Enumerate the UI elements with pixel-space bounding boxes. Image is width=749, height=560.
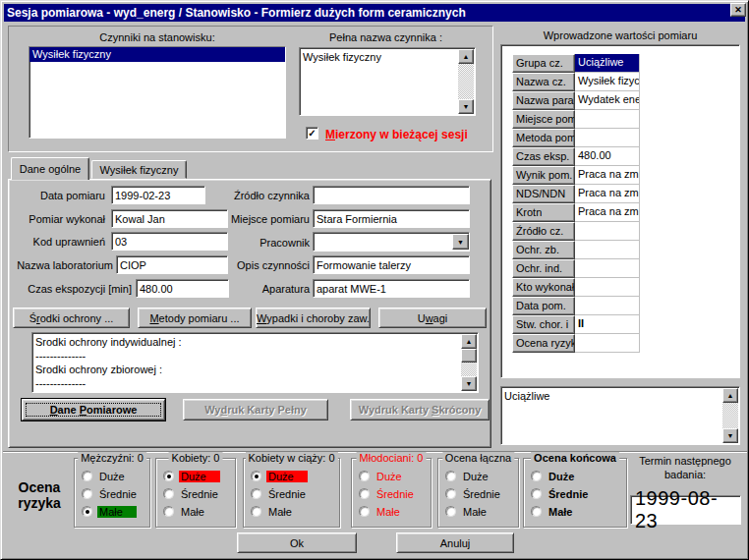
row-value[interactable] [575, 110, 640, 129]
radio-srednie[interactable]: Średnie [163, 487, 220, 500]
tab-label: Dane ogólne [20, 163, 81, 175]
pomiar-wykonal-input[interactable] [111, 209, 228, 228]
radio-label: Małe [461, 506, 489, 518]
row-value[interactable]: II [575, 315, 640, 334]
row-value[interactable]: Wydatek ene [575, 91, 640, 110]
radio-label: Średnie [179, 488, 220, 500]
radio-male[interactable]: Małe [82, 505, 137, 518]
row-value[interactable] [575, 259, 640, 278]
row-value[interactable]: Wysiłek fizyc [575, 73, 640, 91]
ok-button[interactable]: Ok [237, 532, 357, 553]
row-value[interactable] [575, 297, 640, 315]
button-label: Ok [290, 537, 304, 549]
radio-icon [531, 506, 542, 517]
scroll-down-button[interactable]: ▼ [722, 428, 738, 443]
pracownik-combobox[interactable] [313, 232, 470, 252]
radio-label: Średnie [374, 488, 416, 500]
opis-czynnosci-input[interactable] [313, 255, 470, 274]
notes-textarea[interactable]: Srodki ochrony indywidualnej : ---------… [31, 332, 479, 393]
srodki-ochrony-button[interactable]: Środki ochrony ... [13, 308, 130, 328]
row-value[interactable]: Praca na zmi [575, 203, 640, 222]
aparatura-input[interactable] [313, 279, 470, 298]
zrodlo-czynnika-input[interactable] [313, 186, 470, 204]
measured-checkbox[interactable]: ✓ [306, 127, 318, 140]
radio-male[interactable]: Małe [251, 505, 294, 518]
data-pomiaru-input[interactable] [111, 186, 205, 204]
group-title: Kobiety: 0 [169, 452, 223, 464]
scroll-thumb[interactable] [461, 349, 477, 363]
radio-male[interactable]: Małe [163, 505, 206, 518]
scroll-up-button[interactable]: ▲ [458, 49, 474, 64]
close-button[interactable]: ✕ [730, 3, 746, 17]
wydruk-karty-skrocony-button[interactable]: Wydruk Karty Skrócony [350, 399, 490, 420]
radio-srednie[interactable]: Średnie [251, 487, 308, 500]
row-label: Ocena ryzyk. [512, 334, 575, 353]
radio-duze[interactable]: Duże [82, 470, 127, 482]
row-value[interactable] [575, 278, 640, 297]
risk-section-label: Ocena ryzyka [11, 479, 68, 511]
uwagi-button[interactable]: Uwagi [378, 308, 487, 328]
radio-male[interactable]: Małe [531, 505, 574, 518]
opis-czynnosci-label: Opis czynności [229, 259, 310, 271]
radio-srednie[interactable]: Średnie [359, 487, 416, 500]
tab-wysilek-fizyczny[interactable]: Wysiłek fizyczny [91, 160, 187, 179]
tab-dane-ogolne[interactable]: Dane ogólne [11, 157, 89, 180]
wypadki-choroby-button[interactable]: Wypadki i choroby zaw. [256, 308, 371, 328]
wydruk-karty-pelny-button[interactable]: Wydruk Karty Pełny [183, 399, 328, 420]
anuluj-button[interactable]: Anuluj [396, 532, 514, 553]
chevron-down-icon: ▼ [457, 239, 464, 246]
title-bar: Sesja pomiarowa - wyd_energ / Stanowisko… [4, 4, 745, 22]
button-label: Wydruk Karty Pełny [204, 404, 307, 416]
scroll-up-button[interactable]: ▲ [461, 334, 477, 349]
row-label: Stw. chor. i [512, 315, 575, 334]
radio-icon [163, 471, 174, 481]
radio-duze[interactable]: Duże [531, 470, 576, 482]
nazwa-laboratorium-input[interactable] [116, 255, 228, 274]
row-value[interactable] [575, 241, 640, 259]
scroll-down-button[interactable]: ▼ [458, 99, 474, 114]
pomiar-wykonal-label: Pomiar wykonał [19, 213, 105, 225]
row-value[interactable]: Praca na zmi [575, 185, 640, 203]
factors-listbox[interactable]: Wysiłek fizyczny [29, 46, 286, 139]
scroll-down-button[interactable]: ▼ [461, 376, 477, 391]
risk-group-kobiety-w-ciazy: Kobiety w ciąży: 0 Duże Średnie Małe [243, 458, 340, 528]
kod-uprawnien-input[interactable] [111, 232, 228, 251]
radio-icon [359, 488, 370, 499]
radio-duze[interactable]: Duże [359, 470, 404, 482]
radio-icon [82, 488, 92, 499]
scroll-up-button[interactable]: ▲ [722, 388, 738, 403]
next-exam-date-field[interactable]: 1999-08-23 [630, 495, 741, 525]
row-value[interactable] [575, 334, 640, 353]
full-name-scrollbar[interactable]: ▲ ▼ [458, 49, 474, 114]
row-value[interactable]: 480.00 [575, 147, 640, 166]
row-value[interactable] [575, 222, 640, 241]
radio-icon [531, 471, 542, 481]
button-label: Dane Pomiarowe [50, 404, 138, 416]
row-label: Grupa cz. [512, 54, 575, 73]
radio-male[interactable]: Małe [359, 505, 402, 518]
dane-pomiarowe-button[interactable]: Dane Pomiarowe [22, 399, 165, 420]
row-value[interactable]: Praca na zmi [575, 166, 640, 185]
summary-scrollbar[interactable]: ▲ ▼ [722, 388, 738, 443]
metody-pomiaru-button[interactable]: Metody pomiaru ... [138, 308, 252, 328]
list-item-factor[interactable]: Wysiłek fizyczny [29, 47, 285, 62]
notes-scrollbar[interactable]: ▲ ▼ [461, 334, 477, 391]
radio-srednie[interactable]: Średnie [82, 487, 139, 500]
radio-duze[interactable]: Duże [445, 470, 490, 482]
radio-duze[interactable]: Duże [251, 470, 308, 482]
row-label: Miejsce pom. [512, 110, 575, 129]
full-name-textbox[interactable]: Wysiłek fizyczny ▲ ▼ [299, 47, 476, 116]
summary-textbox[interactable]: Uciążliwe ▲ ▼ [500, 386, 740, 445]
miejsce-pomiaru-input[interactable] [313, 209, 470, 228]
radio-srednie[interactable]: Średnie [445, 487, 502, 500]
pracownik-dropdown-button[interactable]: ▼ [452, 234, 469, 250]
row-value[interactable]: Uciążliwe [575, 54, 640, 73]
radio-duze[interactable]: Duże [163, 470, 220, 482]
radio-icon [163, 506, 174, 517]
full-name-text: Wysiłek fizyczny [303, 50, 456, 113]
radio-icon [359, 471, 370, 481]
row-value[interactable] [575, 129, 640, 147]
radio-srednie[interactable]: Średnie [531, 487, 590, 500]
czas-ekspozycji-input[interactable] [136, 279, 229, 298]
radio-male[interactable]: Małe [445, 505, 489, 518]
